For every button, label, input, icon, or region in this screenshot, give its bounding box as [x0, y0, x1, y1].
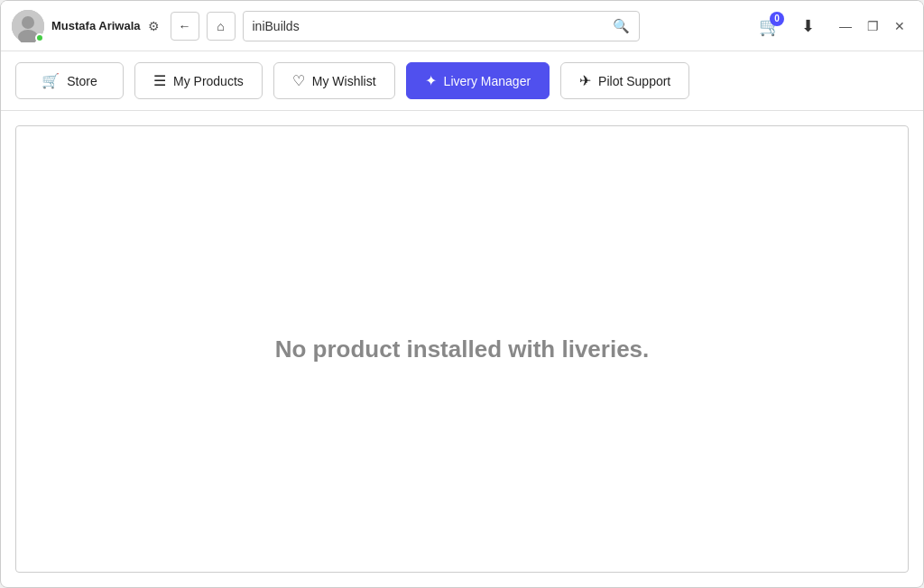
restore-button[interactable]: ❐ [860, 14, 885, 39]
online-indicator [35, 33, 44, 42]
tab-my-products-label: My Products [173, 74, 244, 88]
tab-livery-manager-label: Livery Manager [444, 74, 531, 88]
tab-my-wishlist-label: My Wishlist [312, 74, 376, 88]
titlebar-actions: 🛒 0 ⬇ — ❐ ✕ [753, 10, 912, 42]
wishlist-icon: ♡ [292, 72, 305, 89]
minimize-button[interactable]: — [833, 14, 858, 39]
tab-pilot-support-label: Pilot Support [598, 74, 670, 88]
tab-my-products[interactable]: ☰ My Products [134, 62, 263, 99]
titlebar: Mustafa Ariwala ⚙ ← ⌂ 🔍 🛒 0 ⬇ — ❐ ✕ [1, 1, 923, 51]
tab-store[interactable]: 🛒 Store [15, 62, 124, 99]
tab-pilot-support[interactable]: ✈ Pilot Support [560, 62, 689, 99]
user-section: Mustafa Ariwala ⚙ [12, 10, 160, 42]
home-button[interactable]: ⌂ [207, 12, 236, 41]
close-button[interactable]: ✕ [887, 14, 912, 39]
cart-button[interactable]: 🛒 0 [753, 10, 786, 42]
tab-store-label: Store [67, 74, 97, 88]
svg-point-1 [22, 16, 34, 29]
tab-my-wishlist[interactable]: ♡ My Wishlist [273, 62, 395, 99]
cart-badge: 0 [770, 12, 784, 26]
livery-manager-icon: ✦ [425, 72, 437, 89]
home-icon: ⌂ [217, 19, 224, 33]
navbar: 🛒 Store ☰ My Products ♡ My Wishlist ✦ Li… [1, 51, 923, 111]
avatar [12, 10, 44, 42]
my-products-icon: ☰ [153, 72, 166, 89]
username-label: Mustafa Ariwala [51, 19, 141, 32]
window-controls: — ❐ ✕ [833, 14, 912, 39]
search-input[interactable] [253, 19, 613, 33]
search-icon[interactable]: 🔍 [613, 18, 630, 34]
back-button[interactable]: ← [171, 12, 199, 41]
tab-livery-manager[interactable]: ✦ Livery Manager [406, 62, 550, 99]
download-button[interactable]: ⬇ [791, 10, 824, 42]
content-area: No product installed with liveries. [15, 125, 909, 573]
download-icon: ⬇ [801, 16, 815, 36]
search-bar: 🔍 [243, 11, 640, 41]
app-window: Mustafa Ariwala ⚙ ← ⌂ 🔍 🛒 0 ⬇ — ❐ ✕ [0, 0, 924, 588]
pilot-support-icon: ✈ [579, 72, 591, 89]
settings-icon[interactable]: ⚙ [148, 19, 160, 33]
empty-message: No product installed with liveries. [275, 335, 650, 363]
back-arrow-icon: ← [179, 19, 191, 33]
store-icon: 🛒 [42, 72, 60, 89]
